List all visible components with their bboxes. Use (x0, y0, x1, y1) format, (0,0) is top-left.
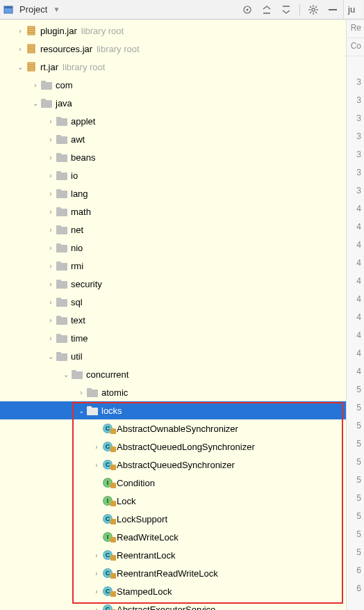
tree-label: ReentrantReadWriteLock (117, 568, 218, 579)
gutter-cell: 5 (347, 508, 364, 527)
svg-rect-49 (56, 280, 61, 282)
tree-item-StampedLock[interactable]: ›CStampedLock (0, 582, 346, 600)
svg-line-10 (315, 12, 317, 13)
tree-item-atomic[interactable]: ›atomic (0, 383, 346, 401)
expand-arrow-icon[interactable]: › (46, 118, 56, 125)
hide-panel-icon[interactable] (326, 3, 339, 16)
tree-item-ReadWriteLock[interactable]: ›IReadWriteLock (0, 528, 346, 546)
library-suffix: library root (97, 44, 139, 54)
tree-item-rmi[interactable]: ›rmi (0, 257, 346, 275)
tree-item-resources-jar[interactable]: ›resources.jarlibrary root (0, 40, 346, 58)
tree-item-concurrent[interactable]: ⌄concurrent (0, 365, 346, 383)
expand-arrow-icon[interactable]: › (92, 443, 101, 451)
tree-item-AbstractQueuedSynchronizer[interactable]: ›CAbstractQueuedSynchronizer (0, 456, 346, 474)
expand-arrow-icon[interactable]: › (46, 262, 56, 270)
tree-item-util[interactable]: ⌄util (0, 347, 346, 365)
svg-rect-39 (56, 189, 61, 192)
folder-icon (56, 278, 68, 289)
tree-item-ReentrantLock[interactable]: ›CReentrantLock (0, 546, 346, 564)
tree-item-java[interactable]: ⌄java (0, 94, 346, 112)
folder-icon (56, 314, 68, 326)
tree-item-awt[interactable]: ›awt (0, 130, 346, 148)
gutter-cell: 5 (347, 527, 364, 545)
tree-label: concurrent (86, 369, 129, 380)
svg-rect-51 (56, 298, 61, 300)
settings-gear-icon[interactable] (307, 3, 320, 16)
expand-arrow-icon[interactable]: › (46, 226, 56, 234)
tree-item-lang[interactable]: ›lang (0, 184, 346, 202)
tree-item-locks[interactable]: ⌄locks (0, 401, 346, 419)
expand-arrow-icon[interactable]: › (92, 552, 101, 559)
editor-tab-fragment: ju (343, 0, 361, 19)
gutter-cell: 4 (347, 291, 364, 310)
class-icon: C (101, 586, 114, 597)
tree-label: AbstractQueuedLongSynchronizer (117, 442, 255, 452)
expand-arrow-icon[interactable]: › (46, 280, 56, 288)
svg-point-4 (312, 8, 315, 10)
locate-target-icon[interactable] (241, 3, 254, 16)
tree-item-applet[interactable]: ›applet (0, 112, 346, 130)
project-icon (3, 4, 14, 15)
svg-rect-43 (56, 225, 61, 228)
project-tree[interactable]: ›plugin.jarlibrary root›resources.jarlib… (0, 20, 346, 610)
project-dropdown-icon[interactable]: ▼ (53, 6, 60, 13)
collapse-all-icon[interactable] (280, 3, 292, 16)
collapse-arrow-icon[interactable]: ⌄ (61, 371, 71, 378)
tree-item-time[interactable]: ›time (0, 329, 346, 347)
tree-item-AbstractExecutorService[interactable]: ›CAbstractExecutorService (0, 600, 346, 610)
tree-item-text[interactable]: ›text (0, 311, 346, 329)
expand-arrow-icon[interactable]: › (46, 335, 56, 342)
tree-item-nio[interactable]: ›nio (0, 239, 346, 257)
tree-label: AbstractOwnableSynchronizer (117, 424, 238, 434)
tree-item-rt-jar[interactable]: ⌄rt.jarlibrary root (0, 58, 346, 76)
expand-arrow-icon[interactable]: › (76, 389, 86, 396)
expand-arrow-icon[interactable]: › (46, 208, 56, 216)
expand-arrow-icon[interactable]: › (92, 570, 101, 577)
expand-arrow-icon[interactable]: › (15, 27, 25, 35)
project-title[interactable]: Project (17, 4, 50, 15)
folder-icon (56, 115, 68, 127)
tree-item-LockSupport[interactable]: ›CLockSupport (0, 510, 346, 528)
tree-item-security[interactable]: ›security (0, 275, 346, 293)
tree-item-AbstractOwnableSynchronizer[interactable]: ›CAbstractOwnableSynchronizer (0, 419, 346, 438)
expand-arrow-icon[interactable]: › (31, 81, 40, 89)
expand-arrow-icon[interactable]: › (46, 298, 56, 306)
expand-arrow-icon[interactable]: › (46, 190, 56, 198)
expand-arrow-icon[interactable]: › (46, 244, 56, 252)
interface-icon: I (101, 495, 114, 506)
tree-item-io[interactable]: ›io (0, 166, 346, 184)
tree-item-math[interactable]: ›math (0, 202, 346, 220)
tree-item-ReentrantReadWriteLock[interactable]: ›CReentrantReadWriteLock (0, 564, 346, 582)
collapse-arrow-icon[interactable]: ⌄ (46, 353, 56, 360)
collapse-arrow-icon[interactable]: ⌄ (15, 63, 25, 71)
expand-arrow-icon[interactable]: › (92, 606, 101, 611)
svg-rect-31 (56, 117, 61, 120)
tree-item-net[interactable]: ›net (0, 220, 346, 239)
tree-item-sql[interactable]: ›sql (0, 293, 346, 311)
expand-arrow-icon[interactable]: › (15, 45, 25, 53)
expand-all-icon[interactable] (260, 3, 273, 16)
svg-rect-29 (41, 99, 46, 102)
expand-arrow-icon[interactable]: › (46, 172, 56, 179)
expand-arrow-icon[interactable]: › (46, 154, 56, 161)
collapse-arrow-icon[interactable]: ⌄ (31, 99, 40, 107)
tree-item-Lock[interactable]: ›ILock (0, 492, 346, 510)
tree-item-Condition[interactable]: ›ICondition (0, 474, 346, 492)
expand-arrow-icon[interactable]: › (92, 461, 101, 469)
svg-rect-27 (41, 81, 46, 83)
tree-label: LockSupport (117, 514, 167, 524)
expand-arrow-icon[interactable]: › (46, 316, 56, 324)
toolbar-divider (299, 4, 300, 15)
expand-arrow-icon[interactable]: › (92, 588, 101, 595)
tree-item-plugin-jar[interactable]: ›plugin.jarlibrary root (0, 22, 346, 40)
folder-icon (86, 387, 99, 398)
tree-item-beans[interactable]: ›beans (0, 148, 346, 166)
tree-label: io (71, 170, 78, 181)
gutter-cell: 4 (347, 328, 364, 346)
class-icon: C (101, 441, 114, 452)
tree-item-com[interactable]: ›com (0, 76, 346, 94)
collapse-arrow-icon[interactable]: ⌄ (76, 407, 86, 415)
expand-arrow-icon[interactable]: › (46, 136, 56, 143)
svg-line-9 (310, 6, 311, 8)
tree-item-AbstractQueuedLongSynchronizer[interactable]: ›CAbstractQueuedLongSynchronizer (0, 438, 346, 456)
